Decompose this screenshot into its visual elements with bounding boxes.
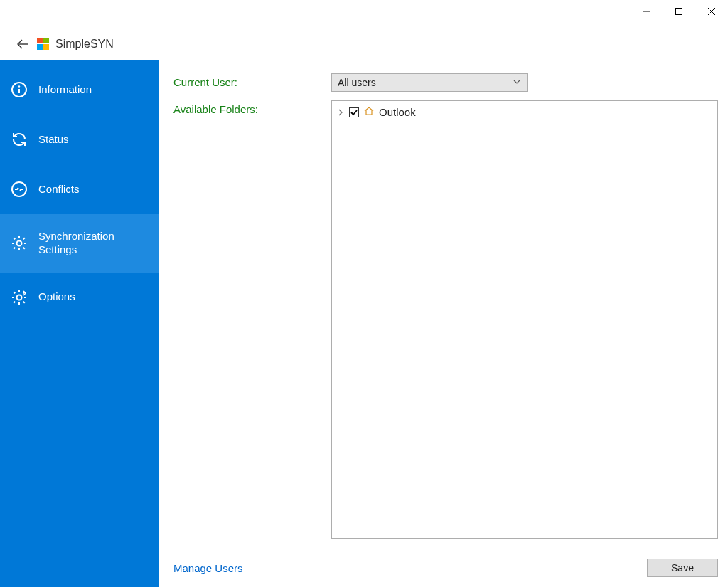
sidebar-item-label: Conflicts — [38, 183, 149, 196]
body: Information Status Conflicts Synchroniza… — [0, 60, 728, 587]
svg-rect-1 — [676, 9, 682, 15]
tree-item-label: Outlook — [379, 106, 416, 118]
home-icon — [363, 105, 375, 119]
sidebar-item-status[interactable]: Status — [0, 115, 159, 164]
header-bar: SimpleSYN — [0, 28, 728, 60]
sidebar: Information Status Conflicts Synchroniza… — [0, 60, 159, 587]
svg-point-8 — [12, 182, 26, 196]
maximize-button[interactable] — [663, 0, 695, 23]
sidebar-item-label: Options — [38, 290, 149, 304]
save-button[interactable]: Save — [647, 559, 718, 577]
expand-toggle[interactable] — [336, 109, 345, 116]
app-title: SimpleSYN — [55, 38, 114, 51]
current-user-row: Current User: All users — [173, 73, 718, 92]
svg-point-10 — [17, 295, 22, 300]
sidebar-item-label: Synchronization Settings — [38, 230, 149, 257]
close-button[interactable] — [695, 0, 728, 23]
sidebar-item-options[interactable]: Options — [0, 273, 159, 322]
current-user-label: Current User: — [173, 73, 331, 88]
sidebar-item-information[interactable]: Information — [0, 65, 159, 115]
minimize-button[interactable] — [630, 0, 663, 23]
conflicts-icon — [10, 180, 28, 199]
refresh-icon — [10, 130, 28, 149]
available-folders-label: Available Folders: — [173, 100, 331, 115]
chevron-down-icon — [513, 77, 521, 88]
svg-point-9 — [17, 240, 22, 245]
app-window: SimpleSYN Information Status Conf — [0, 0, 728, 587]
current-user-value: All users — [338, 77, 376, 88]
tree-checkbox[interactable] — [349, 107, 359, 117]
main-content: Current User: All users Available Folder… — [159, 60, 728, 587]
sidebar-item-label: Status — [38, 133, 149, 147]
available-folders-row: Available Folders: — [173, 100, 718, 540]
gear-icon — [10, 234, 28, 253]
manage-users-link[interactable]: Manage Users — [173, 562, 243, 574]
options-icon — [10, 288, 28, 307]
info-icon — [10, 80, 28, 99]
back-button[interactable] — [13, 34, 33, 54]
sidebar-item-sync-settings[interactable]: Synchronization Settings — [0, 214, 159, 273]
sidebar-item-label: Information — [38, 83, 149, 97]
footer-row: Manage Users Save — [173, 559, 718, 577]
tree-item-outlook[interactable]: Outlook — [336, 105, 713, 119]
window-controls — [630, 0, 728, 23]
app-logo-icon — [37, 38, 50, 51]
sidebar-item-conflicts[interactable]: Conflicts — [0, 164, 159, 214]
svg-point-6 — [18, 85, 20, 87]
folders-tree[interactable]: Outlook — [331, 100, 718, 539]
current-user-select[interactable]: All users — [331, 73, 528, 92]
